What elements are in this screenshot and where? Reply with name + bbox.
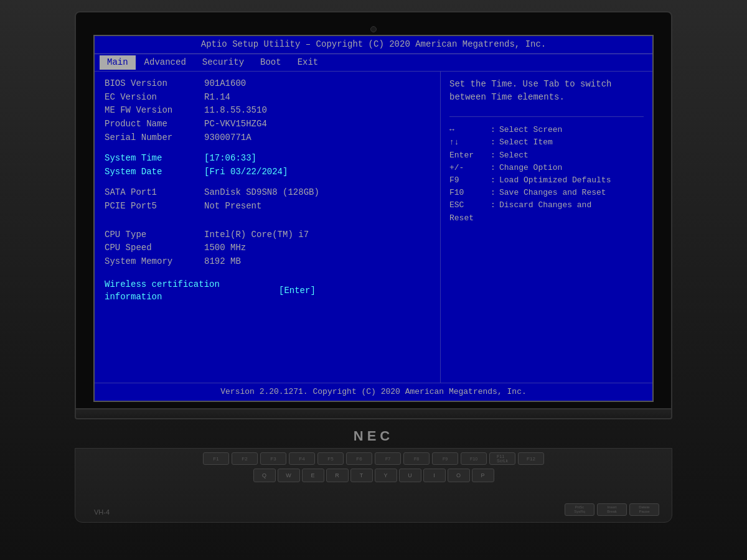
pcie-port-value: Not Present [204, 200, 261, 213]
key-f2[interactable]: F2 [232, 452, 258, 465]
screen-bezel: Aptio Setup Utility – Copyright (C) 2020… [75, 11, 672, 409]
key-plusminus: +/- [449, 162, 487, 174]
key-row-reset: Reset [449, 213, 644, 224]
tab-boot[interactable]: Boot [253, 55, 289, 70]
main-key-row: Q W E R T Y U I O P [253, 469, 494, 482]
key-f12-kbd[interactable]: F12 [518, 452, 544, 465]
key-f6[interactable]: F6 [346, 452, 372, 465]
key-f8[interactable]: F8 [403, 452, 430, 465]
key-f10: F10 [449, 187, 487, 198]
key-i[interactable]: I [423, 469, 446, 482]
title-bar: Aptio Setup Utility – Copyright (C) 2020… [95, 36, 652, 54]
key-u[interactable]: U [399, 469, 421, 482]
nav-bar: Main Advanced Security Boot Exit [95, 54, 652, 72]
key-row-enter: Enter : Select [449, 150, 644, 161]
key-f9-kbd[interactable]: F9 [432, 452, 458, 465]
key-updown: ↑↓ [449, 137, 487, 148]
key-f10-kbd[interactable]: F10 [461, 452, 487, 465]
key-q[interactable]: Q [253, 469, 276, 482]
key-enter: Enter [449, 150, 487, 161]
function-keys-row: F1 F2 F3 F4 F5 F6 F7 F8 F9 F10 F11ScrLk … [203, 452, 544, 465]
key-f10-desc: Save Changes and Reset [499, 187, 644, 198]
key-e[interactable]: E [302, 469, 324, 482]
keyboard-area: F1 F2 F3 F4 F5 F6 F7 F8 F9 F10 F11ScrLk … [75, 448, 672, 523]
key-updown-desc: Select Item [499, 137, 644, 148]
key-row-updown: ↑↓ : Select Item [449, 137, 644, 148]
key-f9: F9 [449, 175, 487, 186]
brand-label: NEC [354, 428, 393, 444]
key-f1[interactable]: F1 [203, 452, 229, 465]
wireless-row[interactable]: Wireless certification information [Ente… [105, 279, 430, 303]
system-memory-row: System Memory 8192 MB [105, 256, 430, 268]
key-row-esc: ESC : Discard Changes and [449, 200, 644, 211]
key-prtsc[interactable]: PrtScSysRq [565, 503, 594, 516]
key-w[interactable]: W [278, 469, 300, 482]
product-name-row: Product Name PC-VKV15HZG4 [105, 118, 430, 131]
system-memory-label: System Memory [105, 256, 204, 268]
system-memory-value: 8192 MB [204, 256, 241, 268]
key-p[interactable]: P [472, 469, 494, 482]
pcie-port-row: PCIE Port5 Not Present [105, 200, 430, 213]
serial-number-label: Serial Number [105, 132, 204, 144]
ec-version-row: EC Version R1.14 [105, 91, 430, 104]
cpu-type-value: Intel(R) Core(TM) i7 [204, 229, 309, 241]
key-r[interactable]: R [326, 469, 349, 482]
key-insert[interactable]: InsertBreak [597, 503, 627, 516]
system-date-label: System Date [105, 166, 204, 179]
key-delete[interactable]: DeletePause [629, 503, 659, 516]
key-f3[interactable]: F3 [260, 452, 286, 465]
special-keys-area: PrtScSysRq InsertBreak DeletePause [565, 503, 659, 516]
system-time-label: System Time [105, 152, 204, 165]
product-name-label: Product Name [105, 118, 204, 131]
tab-exit[interactable]: Exit [290, 55, 326, 70]
key-enter-desc: Select [499, 150, 644, 161]
laptop-bottom-edge [75, 409, 672, 419]
bios-title: Aptio Setup Utility – Copyright (C) 2020… [201, 39, 547, 49]
laptop-body: Aptio Setup Utility – Copyright (C) 2020… [0, 0, 747, 560]
tab-advanced[interactable]: Advanced [137, 55, 194, 70]
bios-version-value: 901A1600 [204, 78, 246, 90]
cpu-speed-label: CPU Speed [105, 242, 204, 254]
sata-port-row: SATA Port1 SanDisk SD9SN8 (128GB) [105, 187, 430, 199]
left-panel: BIOS Version 901A1600 EC Version R1.14 M… [95, 72, 441, 383]
system-time-row[interactable]: System Time [17:06:33] [105, 152, 430, 165]
key-f4[interactable]: F4 [289, 452, 315, 465]
key-f5[interactable]: F5 [317, 452, 344, 465]
system-date-row[interactable]: System Date [Fri 03/22/2024] [105, 166, 430, 179]
key-o[interactable]: O [448, 469, 470, 482]
key-row-arrows: ↔ : Select Screen [449, 124, 644, 136]
key-row-f9: F9 : Load Optimized Defaults [449, 175, 644, 186]
key-help: ↔ : Select Screen ↑↓ : Select Item Enter… [449, 124, 644, 224]
key-f7[interactable]: F7 [375, 452, 401, 465]
cpu-type-row: CPU Type Intel(R) Core(TM) i7 [105, 229, 430, 241]
right-divider [449, 116, 644, 117]
help-text: Set the Time. Use Tab to switch between … [449, 78, 644, 104]
cpu-type-label: CPU Type [105, 229, 204, 241]
key-y[interactable]: Y [375, 469, 397, 482]
cpu-speed-row: CPU Speed 1500 MHz [105, 242, 430, 254]
me-fw-value: 11.8.55.3510 [204, 105, 267, 117]
content-area: BIOS Version 901A1600 EC Version R1.14 M… [95, 72, 652, 383]
key-esc-desc: Discard Changes and [499, 200, 644, 211]
bios-version-label: BIOS Version [105, 78, 204, 90]
wireless-value: [Enter] [279, 285, 316, 297]
laptop-model-label: VH-4 [94, 508, 110, 516]
ec-version-value: R1.14 [204, 91, 230, 104]
tab-main[interactable]: Main [100, 55, 136, 70]
key-t[interactable]: T [350, 469, 373, 482]
serial-number-row: Serial Number 93000771A [105, 132, 430, 144]
key-reset: Reset [449, 213, 487, 224]
ec-version-label: EC Version [105, 91, 204, 104]
sata-port-value: SanDisk SD9SN8 (128GB) [204, 187, 319, 199]
bios-version-row: BIOS Version 901A1600 [105, 78, 430, 90]
webcam [370, 26, 377, 32]
system-time-value: [17:06:33] [204, 152, 256, 165]
key-f11-kbd[interactable]: F11ScrLk [489, 452, 515, 465]
me-fw-label: ME FW Version [105, 105, 204, 117]
bios-screen: Aptio Setup Utility – Copyright (C) 2020… [93, 35, 654, 402]
key-reset-desc [499, 213, 644, 224]
tab-security[interactable]: Security [195, 55, 251, 70]
me-fw-row: ME FW Version 11.8.55.3510 [105, 105, 430, 117]
system-date-value: [Fri 03/22/2024] [204, 166, 288, 179]
product-name-value: PC-VKV15HZG4 [204, 118, 267, 131]
